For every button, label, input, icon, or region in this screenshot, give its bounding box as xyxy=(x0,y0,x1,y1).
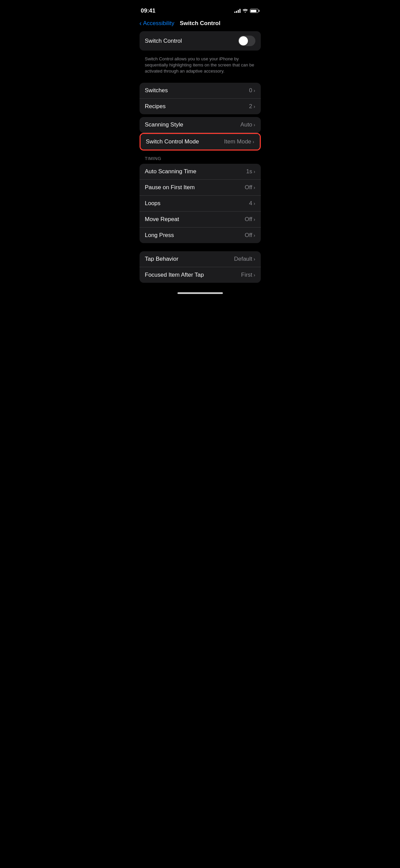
long-press-chevron-icon: › xyxy=(254,233,255,238)
switches-value: 0 xyxy=(249,87,252,94)
move-repeat-value-group: Off › xyxy=(245,216,255,223)
tap-behavior-value: Default xyxy=(234,256,252,262)
timing-section-label: TIMING xyxy=(140,156,261,164)
loops-value: 4 xyxy=(249,200,252,207)
status-icons xyxy=(234,8,259,14)
chevron-left-icon: ‹ xyxy=(140,19,142,27)
switch-control-mode-label: Switch Control Mode xyxy=(146,138,199,145)
switch-control-mode-value: Item Mode xyxy=(224,138,251,145)
scanning-style-chevron-icon: › xyxy=(254,122,255,127)
loops-label: Loops xyxy=(145,200,161,207)
auto-scanning-time-value-group: 1s › xyxy=(246,168,255,175)
recipes-label: Recipes xyxy=(145,103,166,110)
content: Switch Control Switch Control allows you… xyxy=(134,31,266,283)
loops-row[interactable]: Loops 4 › xyxy=(140,196,261,212)
long-press-value-group: Off › xyxy=(245,232,255,239)
switch-control-mode-card: Switch Control Mode Item Mode › xyxy=(141,134,260,150)
back-label: Accessibility xyxy=(143,20,174,27)
recipes-chevron-icon: › xyxy=(254,104,255,109)
switches-chevron-icon: › xyxy=(254,88,255,93)
pause-on-first-item-label: Pause on First Item xyxy=(145,184,195,191)
switch-control-mode-highlight: Switch Control Mode Item Mode › xyxy=(140,133,261,151)
recipes-value-group: 2 › xyxy=(249,103,255,110)
focused-item-after-tap-row[interactable]: Focused Item After Tap First › xyxy=(140,267,261,283)
scanning-style-card: Scanning Style Auto › xyxy=(140,117,261,133)
toggle-knob xyxy=(239,36,248,45)
tap-behavior-label: Tap Behavior xyxy=(145,256,178,262)
move-repeat-value: Off xyxy=(245,216,252,223)
recipes-row[interactable]: Recipes 2 › xyxy=(140,99,261,114)
description-text: Switch Control allows you to use your iP… xyxy=(140,53,261,80)
scanning-style-value: Auto xyxy=(240,121,252,128)
switch-control-toggle-row: Switch Control xyxy=(140,31,261,51)
move-repeat-label: Move Repeat xyxy=(145,216,179,223)
move-repeat-row[interactable]: Move Repeat Off › xyxy=(140,212,261,228)
switch-control-mode-value-group: Item Mode › xyxy=(224,138,254,145)
long-press-label: Long Press xyxy=(145,232,174,239)
switches-recipes-card: Switches 0 › Recipes 2 › xyxy=(140,83,261,114)
recipes-value: 2 xyxy=(249,103,252,110)
switch-control-toggle-card: Switch Control xyxy=(140,31,261,51)
switch-control-toggle[interactable] xyxy=(238,36,255,46)
long-press-value: Off xyxy=(245,232,252,239)
pause-on-first-item-chevron-icon: › xyxy=(254,185,255,190)
scanning-style-value-group: Auto › xyxy=(240,121,255,128)
home-indicator xyxy=(134,290,266,297)
auto-scanning-time-label: Auto Scanning Time xyxy=(145,168,196,175)
move-repeat-chevron-icon: › xyxy=(254,217,255,222)
switch-control-mode-chevron-icon: › xyxy=(253,139,254,144)
pause-on-first-item-row[interactable]: Pause on First Item Off › xyxy=(140,180,261,196)
toggle-container[interactable] xyxy=(238,36,255,46)
switch-control-mode-row[interactable]: Switch Control Mode Item Mode › xyxy=(141,134,260,150)
auto-scanning-time-row[interactable]: Auto Scanning Time 1s › xyxy=(140,164,261,180)
home-bar xyxy=(177,292,223,294)
auto-scanning-time-chevron-icon: › xyxy=(254,169,255,174)
switches-row[interactable]: Switches 0 › xyxy=(140,83,261,99)
auto-scanning-time-value: 1s xyxy=(246,168,252,175)
scanning-style-row[interactable]: Scanning Style Auto › xyxy=(140,117,261,133)
tap-behavior-row[interactable]: Tap Behavior Default › xyxy=(140,251,261,267)
focused-item-after-tap-label: Focused Item After Tap xyxy=(145,272,204,278)
pause-on-first-item-value-group: Off › xyxy=(245,184,255,191)
timing-card: Auto Scanning Time 1s › Pause on First I… xyxy=(140,164,261,243)
pause-on-first-item-value: Off xyxy=(245,184,252,191)
page-title: Switch Control xyxy=(180,20,220,27)
switches-value-group: 0 › xyxy=(249,87,255,94)
wifi-icon xyxy=(243,8,248,14)
focused-item-after-tap-chevron-icon: › xyxy=(254,272,255,278)
focused-item-after-tap-value: First xyxy=(241,272,252,278)
scanning-style-label: Scanning Style xyxy=(145,121,183,128)
back-button[interactable]: ‹ Accessibility xyxy=(140,20,174,27)
status-bar: 09:41 xyxy=(134,0,266,17)
battery-icon xyxy=(250,9,259,13)
nav-bar: ‹ Accessibility Switch Control xyxy=(134,17,266,31)
switch-control-label: Switch Control xyxy=(145,38,182,44)
tap-behavior-chevron-icon: › xyxy=(254,256,255,262)
tap-behavior-card: Tap Behavior Default › Focused Item Afte… xyxy=(140,251,261,283)
status-time: 09:41 xyxy=(141,7,155,14)
tap-behavior-value-group: Default › xyxy=(234,256,255,262)
loops-value-group: 4 › xyxy=(249,200,255,207)
signal-icon xyxy=(234,9,240,13)
long-press-row[interactable]: Long Press Off › xyxy=(140,228,261,243)
switches-label: Switches xyxy=(145,87,168,94)
loops-chevron-icon: › xyxy=(254,201,255,206)
focused-item-after-tap-value-group: First › xyxy=(241,272,255,278)
